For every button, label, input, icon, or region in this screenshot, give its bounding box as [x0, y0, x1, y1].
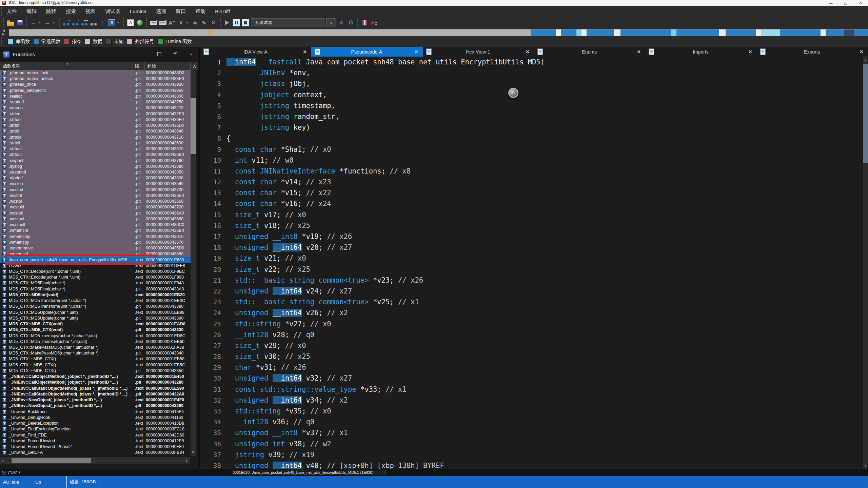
code-line[interactable]: 9 const char *Sha1; // x0 — [200, 144, 863, 155]
code-line[interactable]: 32 unsigned __int64 v34; // x2 — [200, 395, 863, 406]
function-row[interactable]: f.strtof.plt00000000000436D0 — [0, 123, 191, 128]
pseudocode-scrollbar[interactable]: ▲ ▼ — [863, 57, 868, 469]
function-row[interactable]: f_JNIEnv::NewObject(_jclass *,_jmethodID… — [0, 403, 191, 409]
code-line[interactable]: 25 std::string *v27; // x0 — [200, 319, 863, 329]
menu-item-搜索[interactable]: 搜索 — [61, 6, 81, 17]
function-row[interactable]: f.wcstoll.plt00000000000436A0 — [0, 210, 191, 216]
panel-maximize-button[interactable] — [157, 52, 162, 57]
function-row[interactable]: fMD5_CTX::Encode(uchar *,uint *,uint).te… — [0, 274, 191, 280]
debugger-start-icon[interactable] — [223, 19, 231, 27]
function-row[interactable]: f.pthread_mutex_lock.plt00000000000438D0 — [0, 70, 191, 76]
save-icon[interactable] — [16, 19, 23, 27]
code-line[interactable]: 28 size_t v30; // x25 — [200, 351, 863, 362]
function-row[interactable]: fMD5_CTX::MD5Update(uchar *,uint).plt000… — [0, 316, 191, 321]
tab-pseudocode-a[interactable]: Pseudocode-A — [311, 47, 422, 57]
function-row[interactable]: f_Unwind_Find_FDE.text0000000000042D60 — [0, 432, 191, 438]
code-line[interactable]: 19 size_t v21; // x0 — [200, 253, 863, 264]
function-row[interactable]: f_JNIEnv::CallObjectMethod(_jobject *,_j… — [0, 374, 191, 380]
code-line[interactable]: 2 JNIEnv *env, — [200, 67, 863, 78]
function-row[interactable]: f_Unwind_ForcedUnwind_Phase2.text0000000… — [0, 444, 191, 450]
function-row[interactable]: fMD5_CTX::MakePassMD5(uchar *,uint,uchar… — [0, 345, 191, 350]
function-row[interactable]: f_JNIEnv::CallObjectMethod(_jobject *,_j… — [0, 380, 191, 385]
jump-forward-icon[interactable]: → — [44, 19, 51, 27]
menu-item-视图[interactable]: 视图 — [81, 6, 100, 17]
close-icon[interactable] — [747, 48, 753, 55]
close-icon[interactable] — [636, 48, 642, 55]
toolbar-handle[interactable] — [123, 18, 124, 27]
function-row[interactable]: f_Unwind_DebugHook.text0000000000041160 — [0, 415, 191, 421]
maximize-button[interactable]: ▢ — [838, 0, 853, 6]
function-row[interactable]: fMD5_CTX::MD5Transform(uint *,uchar *).p… — [0, 304, 191, 309]
chevron-down-icon[interactable]: ▾ — [39, 21, 42, 24]
menu-item-文件[interactable]: 文件 — [2, 6, 22, 17]
function-row[interactable]: fMD5_CTX::MD5_memset(uchar *,int,uint).t… — [0, 339, 191, 345]
function-row[interactable]: fMD5_CTX::MD5_CTX(void).text000000000001… — [0, 321, 191, 327]
function-row[interactable]: fMD5_CTX::MD5Init(void).text000000000001… — [0, 292, 191, 298]
books-icon[interactable] — [361, 19, 369, 27]
code-line[interactable]: 30 unsigned __int64 v32; // x27 — [200, 373, 863, 384]
menu-item-BinDiff[interactable]: BinDiff — [210, 6, 235, 17]
navband-left-icon[interactable] — [2, 29, 5, 32]
pseudocode-view[interactable]: 1__int64 __fastcall Java_com_pocket_snh4… — [200, 57, 863, 469]
function-row[interactable]: fMD5_CTX::~MD5_CTX().text000000000001EB5… — [0, 362, 191, 368]
function-row[interactable]: f_Unwind_GetCFA.text000000000003FB84 — [0, 450, 191, 455]
scroll-left-icon[interactable]: ‹ — [0, 457, 6, 464]
code-line[interactable]: 36 unsigned int v38; // w2 — [200, 439, 863, 449]
scrollbar-thumb[interactable] — [191, 98, 196, 154]
undefine-icon[interactable]: x — [177, 19, 185, 27]
function-row[interactable]: f.wcstod.plt0000000000043700 — [0, 187, 191, 193]
menu-item-窗口[interactable]: 窗口 — [171, 6, 191, 17]
code-line[interactable]: 20 size_t v22; // x25 — [200, 264, 863, 275]
toolbar-handle[interactable] — [59, 18, 60, 27]
code-line[interactable]: 4 jobject context, — [200, 89, 863, 100]
navigation-band[interactable] — [9, 29, 868, 36]
function-row[interactable]: f.pthread_setspecific.plt000000000004395… — [0, 88, 191, 94]
close-icon[interactable] — [413, 48, 419, 55]
menu-item-帮助[interactable]: 帮助 — [191, 6, 210, 17]
code-line[interactable]: 3 jclass jObj, — [200, 78, 863, 89]
scroll-up-icon[interactable]: ▲ — [863, 57, 868, 63]
chevron-down-icon[interactable]: ▾ — [186, 21, 190, 24]
debugger-stop-icon[interactable] — [242, 19, 249, 27]
function-row[interactable]: f.vasprintf.plt0000000000043850 — [0, 169, 191, 175]
code-line[interactable]: 15 size_t v17; // x0 — [200, 209, 863, 220]
function-row[interactable]: f.syslog.plt0000000000043880 — [0, 164, 191, 169]
scroll-down-icon[interactable]: ∨ — [191, 448, 196, 456]
function-row[interactable]: f.strlen.plt00000000000432E0 — [0, 111, 191, 117]
function-row[interactable]: f.pthread_once.plt0000000000043920 — [0, 82, 191, 87]
tab-enums[interactable]: Enums — [534, 47, 645, 57]
function-row[interactable]: f.strtol.plt0000000000043640 — [0, 128, 191, 134]
g-file-icon[interactable]: G — [347, 19, 355, 27]
close-icon[interactable] — [859, 48, 865, 55]
function-row[interactable]: fMD5_CTX::Decode(uint *,uchar *,uint).te… — [0, 269, 191, 274]
code-line[interactable]: 24 unsigned __int64 v26; // x2 — [200, 307, 863, 318]
function-row[interactable]: f.wmemchr.plt00000000000435B0 — [0, 228, 191, 233]
chevron-down-icon[interactable]: ▾ — [53, 21, 56, 24]
close-icon[interactable] — [525, 48, 531, 55]
code-line[interactable]: 13 const char *v15; // x22 — [200, 187, 863, 198]
function-row[interactable]: f_JNIEnv::NewObject(_jclass *,_jmethodID… — [0, 397, 191, 403]
function-row[interactable]: f.realloc.plt0000000000043800 — [0, 94, 191, 99]
make-data-icon[interactable]: DATA — [159, 19, 166, 27]
function-row[interactable]: f.strcmp.plt0000000000043270 — [0, 105, 191, 111]
edit-pencil-icon[interactable]: ✎ — [200, 19, 208, 27]
tab-exports[interactable]: Exports — [757, 47, 868, 57]
scroll-down-icon[interactable]: ▼ — [863, 463, 868, 469]
function-row[interactable]: f_Unwind_Backtrace.text00000000000415F4 — [0, 409, 191, 415]
function-row[interactable]: f_JNIEnv::CallStaticObjectMethod(_jclass… — [0, 386, 191, 391]
function-row[interactable]: f.wcstoull.plt00000000000436C0 — [0, 222, 191, 228]
search-immediate-icon[interactable]: # — [62, 19, 70, 26]
code-line[interactable]: 18 unsigned __int64 v20; // x27 — [200, 242, 863, 253]
function-row[interactable]: f.vfprintf.plt0000000000043830 — [0, 175, 191, 181]
code-line[interactable]: 8{ — [200, 133, 863, 144]
code-line[interactable]: 27 size_t v29; // x0 — [200, 340, 863, 351]
code-line[interactable]: 17 unsigned __int8 *v19; // x26 — [200, 231, 863, 242]
toolbar-handle[interactable] — [3, 18, 4, 27]
code-line[interactable]: 21 std::__basic_string_common<true> *v23… — [200, 275, 863, 286]
asterisk-icon[interactable]: ∗ — [191, 19, 199, 27]
code-line[interactable]: 37 jstring v39; // x19 — [200, 449, 863, 460]
code-line[interactable]: 5 jstring timestamp, — [200, 100, 863, 111]
function-row[interactable]: f.strtoll.plt0000000000043690 — [0, 140, 191, 146]
code-line[interactable]: 12 const char *v14; // x23 — [200, 177, 863, 187]
floating-assistive-ball[interactable] — [508, 88, 518, 98]
